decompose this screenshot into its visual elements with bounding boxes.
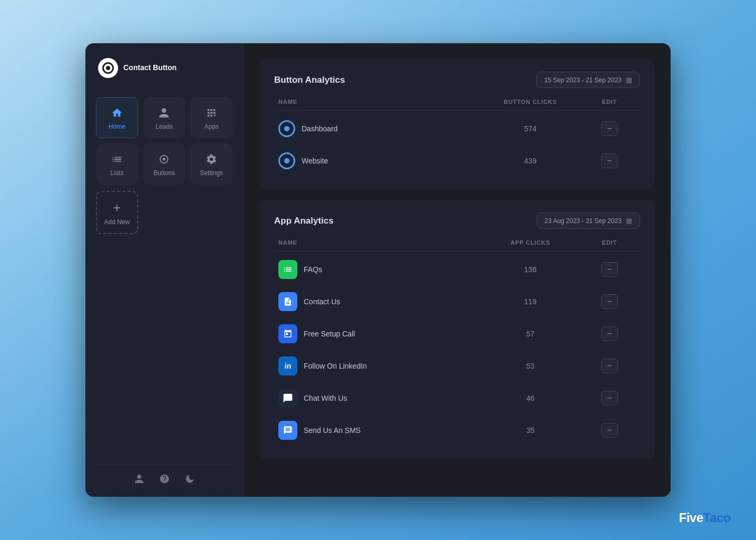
table-row: Dashboard 574 − [274, 113, 640, 145]
chat-app-icon [278, 389, 297, 408]
dashboard-dot [278, 120, 295, 137]
sidebar-item-label-buttons: Buttons [153, 169, 175, 177]
row-name-website: Website [278, 152, 478, 169]
table-row: FAQs 136 − [274, 254, 640, 286]
table-row: Free Setup Call 57 − [274, 318, 640, 350]
button-date-range[interactable]: 15 Sep 2023 - 21 Sep 2023 ▦ [536, 72, 640, 88]
row-name-dashboard: Dashboard [278, 120, 478, 137]
sidebar-item-home[interactable]: Home [96, 97, 138, 138]
faqs-app-icon [278, 260, 297, 279]
lists-icon [111, 153, 123, 165]
nav-grid-row3: + Add New [96, 191, 232, 234]
app-col-edit-label: EDIT [583, 239, 636, 246]
button-analytics-card: Button Analytics 15 Sep 2023 - 21 Sep 20… [259, 59, 655, 189]
main-window: Contact Button Home Leads Apps [85, 43, 671, 497]
col-edit-label: EDIT [583, 99, 636, 105]
svg-point-3 [163, 158, 166, 161]
table-row: Website 439 − [274, 145, 640, 177]
sidebar-item-settings[interactable]: Settings [190, 143, 232, 185]
sidebar-item-label-lists: Lists [110, 169, 123, 177]
sidebar-item-label-apps: Apps [204, 123, 218, 130]
website-dot [278, 152, 295, 169]
calendar-icon: ▦ [626, 76, 632, 84]
col-name-label: NAME [278, 99, 478, 105]
apps-icon [206, 107, 217, 119]
svg-rect-1 [215, 114, 215, 117]
edit-button[interactable]: − [601, 153, 618, 168]
settings-icon [206, 153, 217, 165]
app-table-header: NAME APP CLICKS EDIT [274, 239, 640, 252]
table-row: Contact Us 119 − [274, 286, 640, 318]
logo-text: Contact Button [123, 63, 177, 73]
app-analytics-card: App Analytics 23 Aug 2023 - 21 Sep 2023 … [259, 200, 655, 459]
main-content: Button Analytics 15 Sep 2023 - 21 Sep 20… [244, 43, 671, 497]
col-clicks-label: BUTTON CLICKS [478, 99, 583, 105]
sidebar-item-apps[interactable]: Apps [190, 97, 232, 138]
sidebar-bottom [96, 465, 232, 486]
edit-chat-button[interactable]: − [601, 391, 618, 406]
edit-button[interactable]: − [601, 121, 618, 136]
nav-grid-row1: Home Leads Apps [96, 97, 232, 138]
sidebar-item-leads[interactable]: Leads [143, 97, 186, 138]
app-date-range[interactable]: 23 Aug 2023 - 21 Sep 2023 ▦ [537, 213, 640, 229]
setupcall-app-icon [278, 324, 297, 343]
add-new-label: Add New [104, 218, 130, 226]
sms-app-icon [278, 421, 297, 440]
sidebar-item-lists[interactable]: Lists [96, 143, 138, 185]
table-row: in Follow On LinkedIn 53 − [274, 350, 640, 382]
sidebar: Contact Button Home Leads Apps [85, 43, 244, 497]
button-analytics-header: Button Analytics 15 Sep 2023 - 21 Sep 20… [274, 72, 640, 88]
button-date-range-text: 15 Sep 2023 - 21 Sep 2023 [544, 76, 622, 84]
app-col-name-label: NAME [278, 239, 478, 246]
leads-icon [158, 107, 170, 119]
app-analytics-header: App Analytics 23 Aug 2023 - 21 Sep 2023 … [274, 213, 640, 229]
website-clicks: 439 [478, 157, 583, 165]
dashboard-clicks: 574 [478, 124, 583, 133]
dashboard-edit: − [583, 121, 636, 136]
fivetaco-brand: FiveTaco [679, 510, 731, 525]
contactus-app-icon [278, 292, 297, 311]
website-edit: − [583, 153, 636, 168]
sidebar-item-label-settings: Settings [200, 169, 222, 177]
edit-linkedin-button[interactable]: − [601, 359, 618, 373]
calendar-icon2: ▦ [626, 217, 632, 225]
nav-grid-row2: Lists Buttons Settings [96, 143, 232, 185]
linkedin-app-icon: in [278, 356, 297, 375]
buttons-icon [158, 153, 170, 165]
app-date-range-text: 23 Aug 2023 - 21 Sep 2023 [545, 217, 622, 225]
app-col-clicks-label: APP CLICKS [478, 239, 583, 246]
sidebar-item-label-home: Home [109, 123, 125, 130]
home-icon [111, 107, 123, 119]
edit-contactus-button[interactable]: − [601, 294, 618, 309]
button-analytics-title: Button Analytics [274, 75, 345, 85]
dark-mode-icon[interactable] [185, 474, 195, 486]
button-table-header: NAME BUTTON CLICKS EDIT [274, 99, 640, 111]
sidebar-item-label-leads: Leads [156, 123, 173, 130]
app-analytics-title: App Analytics [274, 216, 334, 226]
edit-sms-button[interactable]: − [601, 423, 618, 438]
add-new-icon: + [113, 201, 121, 214]
sidebar-item-buttons[interactable]: Buttons [143, 143, 186, 185]
user-icon-bottom[interactable] [134, 474, 144, 486]
table-row: Chat With Us 46 − [274, 382, 640, 414]
add-new-button[interactable]: + Add New [96, 191, 138, 234]
edit-setupcall-button[interactable]: − [601, 326, 618, 341]
logo-icon [98, 58, 118, 78]
table-row: Send Us An SMS 35 − [274, 414, 640, 446]
edit-faqs-button[interactable]: − [601, 262, 618, 277]
help-icon-bottom[interactable] [159, 474, 170, 486]
logo-area: Contact Button [96, 58, 232, 78]
